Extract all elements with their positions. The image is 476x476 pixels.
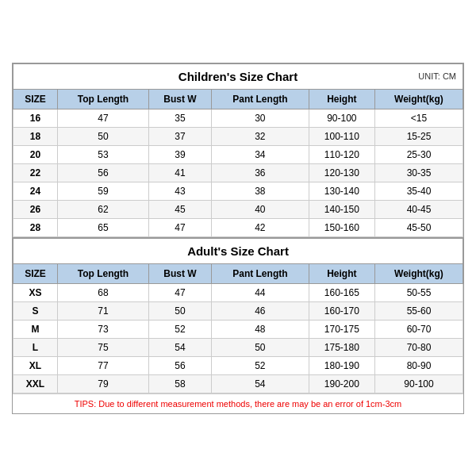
adult-header-row: SIZETop LengthBust WPant LengthHeightWei… — [13, 263, 463, 283]
table-cell: 65 — [57, 218, 148, 236]
table-cell: 35-40 — [374, 182, 463, 200]
table-cell: 20 — [13, 145, 58, 163]
table-cell: 50 — [211, 338, 309, 356]
table-cell: 58 — [149, 374, 212, 393]
adult-header-cell: Top Length — [57, 263, 148, 283]
children-table-row: 1647353090-100<15 — [13, 109, 463, 127]
table-cell: XL — [13, 356, 58, 374]
table-cell: 47 — [149, 283, 212, 301]
adult-title-text: Adult's Size Chart — [187, 244, 289, 258]
table-cell: 26 — [13, 200, 58, 218]
adult-table-row: XL775652180-19080-90 — [13, 356, 463, 374]
table-cell: 54 — [211, 374, 309, 393]
children-table-row: 22564136120-13030-35 — [13, 163, 463, 182]
children-header-cell: Top Length — [57, 89, 148, 109]
table-cell: 52 — [211, 356, 309, 374]
table-cell: 18 — [13, 127, 58, 145]
table-cell: 43 — [149, 182, 212, 200]
table-cell: 77 — [57, 356, 148, 374]
children-unit-label: UNIT: CM — [418, 71, 456, 81]
table-cell: XS — [13, 283, 58, 301]
table-cell: 22 — [13, 163, 58, 182]
table-cell: 47 — [149, 218, 212, 236]
table-cell: 37 — [149, 127, 212, 145]
children-table: SIZETop LengthBust WPant LengthHeightWei… — [13, 89, 463, 237]
table-cell: 56 — [57, 163, 148, 182]
table-cell: 150-160 — [309, 218, 374, 236]
adult-header-cell: Height — [309, 263, 374, 283]
table-cell: 180-190 — [309, 356, 374, 374]
table-cell: 30-35 — [374, 163, 463, 182]
table-cell: 160-170 — [309, 301, 374, 320]
table-cell: 53 — [57, 145, 148, 163]
table-cell: 32 — [211, 127, 309, 145]
table-cell: 45 — [149, 200, 212, 218]
children-title-text: Children's Size Chart — [178, 70, 298, 83]
table-cell: 36 — [211, 163, 309, 182]
table-cell: 42 — [211, 218, 309, 236]
adult-table-row: XXL795854190-20090-100 — [13, 374, 463, 393]
table-cell: 40 — [211, 200, 309, 218]
table-cell: 54 — [149, 338, 212, 356]
table-cell: <15 — [374, 109, 463, 127]
table-cell: 56 — [149, 356, 212, 374]
table-cell: 140-150 — [309, 200, 374, 218]
table-cell: 48 — [211, 320, 309, 338]
table-cell: 175-180 — [309, 338, 374, 356]
table-cell: 16 — [13, 109, 58, 127]
children-header-cell: Pant Length — [211, 89, 309, 109]
table-cell: 73 — [57, 320, 148, 338]
table-cell: 59 — [57, 182, 148, 200]
children-table-row: 18503732100-11015-25 — [13, 127, 463, 145]
table-cell: XXL — [13, 374, 58, 393]
table-cell: S — [13, 301, 58, 320]
table-cell: 55-60 — [374, 301, 463, 320]
table-cell: 90-100 — [374, 374, 463, 393]
table-cell: 50-55 — [374, 283, 463, 301]
table-cell: 80-90 — [374, 356, 463, 374]
adult-table-row: L755450175-18070-80 — [13, 338, 463, 356]
table-cell: 160-165 — [309, 283, 374, 301]
table-cell: 100-110 — [309, 127, 374, 145]
adult-table: SIZETop LengthBust WPant LengthHeightWei… — [13, 263, 463, 393]
children-table-row: 24594338130-14035-40 — [13, 182, 463, 200]
table-cell: 47 — [57, 109, 148, 127]
adult-header-cell: Bust W — [149, 263, 212, 283]
table-cell: 68 — [57, 283, 148, 301]
table-cell: 39 — [149, 145, 212, 163]
table-cell: 24 — [13, 182, 58, 200]
children-title-row: Children's Size Chart UNIT: CM — [13, 63, 463, 89]
children-header-cell: Height — [309, 89, 374, 109]
children-table-row: 28654742150-16045-50 — [13, 218, 463, 236]
table-cell: 44 — [211, 283, 309, 301]
table-cell: M — [13, 320, 58, 338]
table-cell: 15-25 — [374, 127, 463, 145]
table-cell: 40-45 — [374, 200, 463, 218]
table-cell: 60-70 — [374, 320, 463, 338]
adult-title-row: Adult's Size Chart — [13, 237, 463, 263]
adult-table-row: XS684744160-16550-55 — [13, 283, 463, 301]
tips-text: TIPS: Due to different measurement metho… — [13, 393, 463, 413]
size-chart-container: Children's Size Chart UNIT: CM SIZETop L… — [12, 63, 464, 414]
table-cell: 50 — [57, 127, 148, 145]
adult-table-row: M735248170-17560-70 — [13, 320, 463, 338]
table-cell: 45-50 — [374, 218, 463, 236]
table-cell: L — [13, 338, 58, 356]
table-cell: 34 — [211, 145, 309, 163]
table-cell: 25-30 — [374, 145, 463, 163]
adult-header-cell: SIZE — [13, 263, 58, 283]
table-cell: 41 — [149, 163, 212, 182]
children-header-cell: Weight(kg) — [374, 89, 463, 109]
table-cell: 46 — [211, 301, 309, 320]
table-cell: 120-130 — [309, 163, 374, 182]
table-cell: 70-80 — [374, 338, 463, 356]
table-cell: 30 — [211, 109, 309, 127]
table-cell: 52 — [149, 320, 212, 338]
adult-title: Adult's Size Chart — [13, 239, 463, 263]
children-table-row: 26624540140-15040-45 — [13, 200, 463, 218]
table-cell: 38 — [211, 182, 309, 200]
children-title: Children's Size Chart UNIT: CM — [13, 64, 463, 89]
table-cell: 28 — [13, 218, 58, 236]
table-cell: 79 — [57, 374, 148, 393]
children-header-cell: SIZE — [13, 89, 58, 109]
